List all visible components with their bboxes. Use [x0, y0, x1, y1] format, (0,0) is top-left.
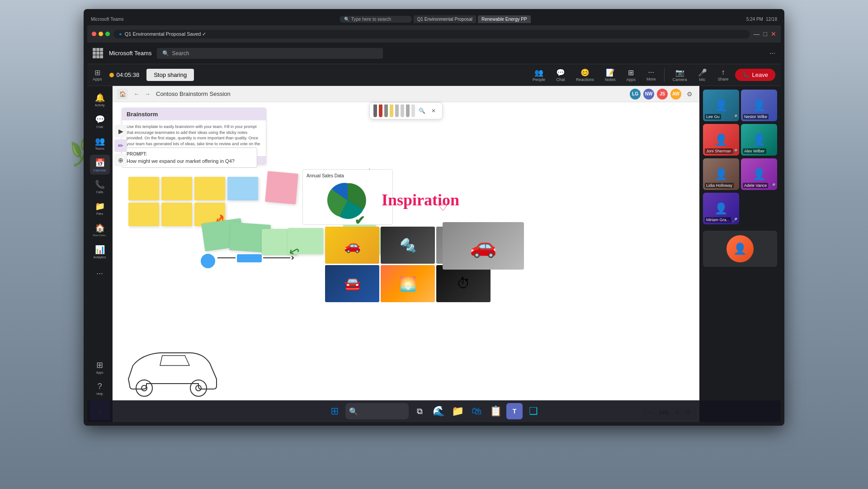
pen-7[interactable]	[406, 104, 410, 117]
pen-3[interactable]	[384, 104, 388, 117]
sidebar-item-analytics[interactable]: 📊 Analytics	[90, 242, 110, 261]
sidebar-item-teams[interactable]: 👥 Teams	[90, 133, 110, 153]
pen-close-btn[interactable]: ✕	[429, 106, 439, 116]
reactions-button[interactable]: 😊 Reactions	[571, 66, 599, 84]
apps-grid-icon[interactable]	[93, 48, 104, 59]
site-favicon: ●	[119, 31, 122, 37]
browser-chrome: ● Q1 Environmental Proposal Saved ✓ — □ …	[87, 25, 781, 43]
apps-button[interactable]: ⊞ Apps	[622, 66, 641, 84]
top-search-bar[interactable]: 🔍 Type here to search	[340, 16, 412, 23]
lidia-name: Lidia Holloway	[705, 183, 734, 188]
pen-search-btn[interactable]: 🔍	[417, 106, 427, 116]
sticky-note-6[interactable]	[161, 203, 192, 226]
prompt-card: PROMPT: How might we expand our market o…	[122, 147, 257, 168]
share-icon: ↑	[722, 68, 725, 76]
whiteboard-home-btn[interactable]: 🏠	[117, 89, 128, 100]
close-button[interactable]	[92, 32, 96, 36]
maximize-button[interactable]	[105, 32, 110, 36]
pen-8[interactable]	[411, 104, 415, 117]
forward-btn[interactable]: →	[142, 89, 152, 99]
pen-1[interactable]	[373, 104, 377, 117]
divider	[664, 68, 665, 82]
taskbar-extra-btn[interactable]: ❑	[525, 403, 542, 419]
sidebar-label-chat: Chat	[96, 125, 103, 128]
ellipsis-icon[interactable]: ···	[769, 49, 775, 57]
taskbar-store-btn[interactable]: 🛍	[468, 403, 485, 419]
pen-6[interactable]	[401, 104, 404, 117]
pen-4[interactable]	[390, 104, 393, 117]
sticky-note-2[interactable]	[161, 177, 192, 200]
sidebar-label-analytics: Analytics	[93, 256, 106, 259]
taskbar-app-label: Microsoft Teams	[91, 17, 124, 22]
minimize-button[interactable]	[99, 32, 103, 36]
sticky-note-4[interactable]	[227, 177, 258, 200]
people-button[interactable]: 👥 People	[528, 66, 550, 84]
vintage-car-photo: 🚗	[443, 222, 524, 270]
address-bar[interactable]: ● Q1 Environmental Proposal Saved ✓	[113, 30, 750, 38]
sidebar-item-activity[interactable]: 🔔 Activity	[90, 90, 110, 109]
sticky-note-pink[interactable]	[265, 171, 298, 204]
teams-body: 🔔 Activity 💬 Chat 👥 Teams 📅 Calendar 📞 C…	[87, 86, 781, 422]
taskbar-explorer-btn[interactable]: 📁	[449, 403, 466, 419]
taskbar-edge-btn[interactable]: 🌊	[430, 403, 447, 419]
participant-row-2: 👤 Joni Sherman 🎤 👤 Alex Wilber	[703, 124, 777, 156]
taskbar-windows-btn[interactable]: ⊞	[326, 403, 343, 419]
taskbar-search-btn[interactable]: 🔍	[345, 403, 409, 419]
checkmark-symbol: ✔	[354, 213, 365, 228]
notes-button[interactable]: 📝 Notes	[600, 66, 620, 84]
leave-button[interactable]: 📞 Leave	[735, 69, 775, 81]
teams-search-bar[interactable]: 🔍 Search	[157, 48, 383, 59]
sidebar-item-viva[interactable]: 🏠 Viva Conn..	[90, 220, 110, 240]
sidebar-label-viva: Viva Conn..	[93, 234, 107, 237]
sidebar-item-more[interactable]: ···	[90, 263, 110, 283]
sticky-note-5[interactable]	[128, 203, 159, 226]
whiteboard-canvas[interactable]: ▶ ✏ ⊕ Brainstorm Use this template to ea…	[113, 102, 699, 422]
add-tool[interactable]: ⊕	[114, 154, 127, 166]
whiteboard-nav: ← →	[132, 89, 152, 99]
more-sidebar-icon: ···	[96, 269, 103, 278]
view-btn[interactable]: ⊞ Apps	[93, 68, 102, 81]
more-button[interactable]: ··· More	[642, 66, 660, 83]
sidebar-item-help[interactable]: ? Help	[90, 379, 110, 399]
sidebar-label-calendar: Calendar	[93, 169, 106, 172]
sidebar-item-chat[interactable]: 💬 Chat	[90, 111, 110, 131]
chat-icon: 💬	[556, 68, 565, 77]
pen-tool[interactable]: ✏	[114, 139, 127, 152]
pen-5[interactable]	[395, 104, 399, 117]
prompt-label: PROMPT:	[127, 152, 252, 157]
sticky-note-1[interactable]	[128, 177, 159, 200]
taskbar-center: 🔍 Type here to search Q1 Environmental P…	[340, 15, 531, 23]
restore-icon[interactable]: □	[764, 30, 767, 38]
sidebar-label-help: Help	[96, 392, 103, 395]
taskbar-left: Microsoft Teams	[91, 17, 124, 22]
notes-icon: 📝	[606, 68, 615, 77]
avatar-2: NW	[643, 89, 654, 100]
sidebar-item-files[interactable]: 📁 Files	[90, 198, 110, 218]
browser-tab-1[interactable]: Q1 Environmental Proposal	[414, 15, 476, 23]
select-tool[interactable]: ▶	[114, 125, 127, 138]
pen-2[interactable]	[379, 104, 382, 117]
camera-button[interactable]: 📷 Camera	[668, 66, 692, 84]
stop-sharing-button[interactable]: Stop sharing	[146, 69, 194, 81]
participant-tile-miriam: 👤 Miriam Gra... 🎤	[703, 193, 739, 224]
taskbar-office-btn[interactable]: 📋	[487, 403, 504, 419]
back-btn[interactable]: ←	[132, 89, 142, 99]
photo-sunset-car: 🌅	[381, 265, 435, 302]
whiteboard-settings-btn[interactable]: ⚙	[684, 89, 695, 100]
sidebar-label-files: Files	[96, 212, 103, 215]
sidebar-item-calls[interactable]: 📞 Calls	[90, 176, 110, 196]
minimize-icon[interactable]: —	[754, 30, 760, 38]
taskbar-teams-btn[interactable]: T	[506, 403, 523, 419]
search-icon: 🔍	[162, 50, 169, 57]
close-icon[interactable]: ✕	[771, 30, 776, 38]
browser-tab-2[interactable]: Renewable Energy PP	[478, 15, 531, 23]
self-avatar: 👤	[726, 235, 754, 262]
mic-button[interactable]: 🎤 Mic	[693, 66, 712, 84]
share-button[interactable]: ↑ Share	[713, 66, 733, 83]
chat-button[interactable]: 💬 Chat	[552, 66, 570, 84]
taskbar-task-view-btn[interactable]: ⧉	[411, 403, 428, 419]
sidebar-item-apps-store[interactable]: ⊞ Apps	[90, 357, 110, 377]
browser-actions: — □ ✕	[754, 30, 776, 38]
sticky-note-3[interactable]	[194, 177, 225, 200]
sidebar-item-calendar[interactable]: 📅 Calendar	[90, 155, 110, 175]
